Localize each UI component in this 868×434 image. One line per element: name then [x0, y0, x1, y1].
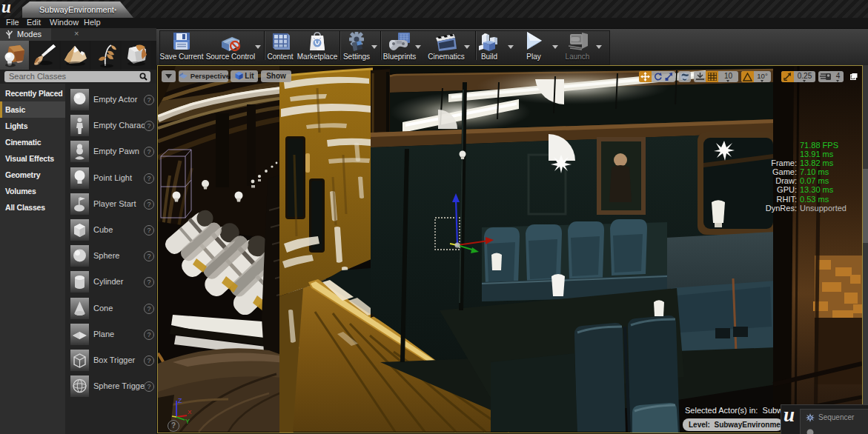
svg-text:Y: Y [185, 418, 190, 425]
svg-text:X: X [188, 409, 192, 415]
svg-text:Z: Z [178, 397, 182, 404]
